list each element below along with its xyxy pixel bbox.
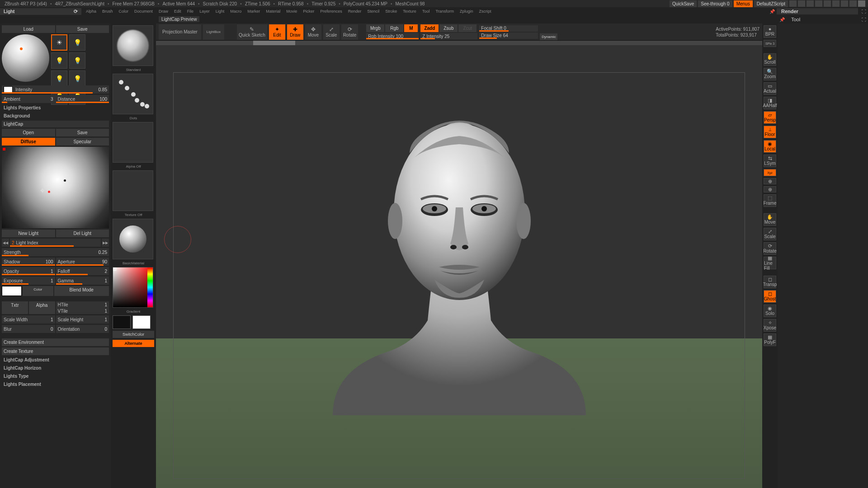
new-light-button[interactable]: New Light [2,230,55,237]
zsub-button[interactable]: Zsub [439,24,458,32]
local-button[interactable]: ◉Local [764,140,776,153]
aperture-slider[interactable]: Aperture90 [56,258,109,266]
lightcap-open-button[interactable]: Open [2,129,55,136]
dynamic-button[interactable]: Dynamic [540,33,557,40]
zcut-button[interactable]: Zcut [458,24,476,32]
seethrough-slider[interactable]: See-through 0 [698,0,732,7]
light-slot-2[interactable]: 💡 [69,34,85,51]
menu-light[interactable]: Light [213,9,227,14]
save-button[interactable]: Save [56,25,109,33]
persp-button[interactable]: ▱Persp [764,111,776,124]
menu-picker[interactable]: Picker [300,9,317,14]
actual-button[interactable]: ▭Actual [764,82,776,95]
diffuse-tab[interactable]: Diffuse [2,138,55,145]
menu-macro[interactable]: Macro [227,9,244,14]
lights-type-header[interactable]: Lights Type [2,373,109,380]
menu-zscript[interactable]: Zscript [476,9,494,14]
xyz-z-button[interactable]: ⊕ [764,186,776,192]
pin-icon[interactable]: 📌 [769,9,775,14]
alpha-thumbnail[interactable] [113,122,153,163]
home-icon[interactable] [789,0,797,7]
ambient-slider[interactable]: Ambient3 [2,95,55,103]
focal-shift-slider[interactable]: Focal Shift 0 [479,25,538,32]
layout-b-icon[interactable] [807,0,814,7]
menu-preferences[interactable]: Preferences [317,9,345,14]
light-slot-3[interactable]: 💡 [51,52,67,69]
rgb-intensity-slider[interactable]: Rgb Intensity 100 [366,33,419,39]
color-picker[interactable] [113,267,153,308]
light-slot-4[interactable]: 💡 [69,52,85,69]
primary-color-swatch[interactable] [132,315,151,329]
minimize-icon[interactable] [841,0,848,7]
float-menu-icon[interactable] [832,0,840,7]
spix-slider[interactable]: SPix 3 [764,40,776,47]
stroke-thumbnail[interactable] [113,74,153,114]
rotate-mode-button[interactable]: ⟳Rotate [341,24,358,40]
lightcap-light-1-marker[interactable] [64,179,66,182]
light-index-slider[interactable]: 2 Light Index [10,239,101,247]
menu-brush[interactable]: Brush [99,9,116,14]
close-icon[interactable] [858,0,865,7]
maximize-icon[interactable] [849,0,857,7]
blend-mode-button[interactable]: Blend Mode [54,286,109,296]
linefill-button[interactable]: ▦Line Fill [764,257,776,269]
frame-button[interactable]: ⬚Frame [764,194,776,207]
menu-tool[interactable]: Tool [420,9,433,14]
menu-marker[interactable]: Marker [245,9,263,14]
aahalf-button[interactable]: ◨AAHalf [764,97,776,109]
render-palette-title[interactable]: Render [777,8,858,14]
light-color-swatch[interactable] [4,86,13,93]
hue-strip[interactable] [147,267,153,307]
switchcolor-button[interactable]: SwitchColor [113,331,154,338]
defaultscript-button[interactable]: DefaultZScript [754,0,788,7]
bpr-button[interactable]: ●BPR [764,25,776,38]
scale-height-slider[interactable]: Scale Height1 [56,315,109,324]
draw-mode-button[interactable]: ✚Draw [287,24,303,40]
load-button[interactable]: Load [2,25,55,33]
sculpt-mesh[interactable] [297,99,622,442]
txtr-button[interactable]: Txtr [2,301,28,314]
projection-master-button[interactable]: Projection Master [159,24,201,40]
light-direction-sphere[interactable] [2,34,49,82]
restore-icon[interactable]: ⛶ [860,9,868,14]
mrgb-button[interactable]: Mrgb [366,24,384,32]
xyz-button[interactable]: Xyz [764,169,776,176]
move-nav-button[interactable]: ✋Move [764,213,776,226]
light-index-prev[interactable]: ◀◀ [2,239,9,247]
zadd-button[interactable]: Zadd [420,24,439,32]
z-intensity-slider[interactable]: Z Intensity 25 [420,33,477,39]
quicksave-button[interactable]: QuickSave [670,0,697,7]
rotate-nav-button[interactable]: ⟳Rotate [764,242,776,255]
floor-button[interactable]: ⟂Floor [764,126,776,138]
lightcap-sphere[interactable]: ✥ [2,147,109,228]
pin-tool-icon[interactable]: 📌 [778,17,787,22]
brush-thumbnail[interactable] [113,25,153,66]
light-slot-5[interactable]: 💡 [51,70,67,87]
transp-button[interactable]: ◻Transp [764,276,776,288]
exposure-slider[interactable]: Exposure1 [2,277,55,285]
material-thumbnail[interactable] [113,219,153,259]
menu-texture[interactable]: Texture [400,9,419,14]
menu-alpha[interactable]: Alpha [83,9,99,14]
canvas-horizontal-scroll[interactable] [156,41,762,45]
texture-thumbnail[interactable] [113,170,153,211]
menu-draw[interactable]: Draw [156,9,171,14]
lightcap-adjustment-header[interactable]: LightCap Adjustment [2,357,109,363]
alternate-button[interactable]: Alternate [113,340,154,347]
specular-tab[interactable]: Specular [56,138,109,145]
lightcap-horizon-header[interactable]: LightCap Horizon [2,365,109,371]
solo-button[interactable]: ◉Solo [764,305,776,317]
xpose-button[interactable]: ✧Xpose [764,319,776,332]
menu-render[interactable]: Render [345,9,364,14]
gamma-slider[interactable]: Gamma1 [56,277,109,285]
m-button[interactable]: M [404,24,418,32]
polyf-button[interactable]: ▦PolyF [764,333,776,346]
background-header[interactable]: Background [2,113,109,119]
scroll-button[interactable]: ✋Scroll [764,53,776,66]
distance-slider[interactable]: Distance100 [56,95,109,103]
light-index-next[interactable]: ▶▶ [102,239,109,247]
scale-nav-button[interactable]: ⤢Scale [764,228,776,240]
draw-size-slider[interactable]: Draw Size 64 [479,33,538,39]
lightcap-header[interactable]: LightCap [2,121,109,127]
zoom-button[interactable]: 🔍Zoom [764,68,776,80]
